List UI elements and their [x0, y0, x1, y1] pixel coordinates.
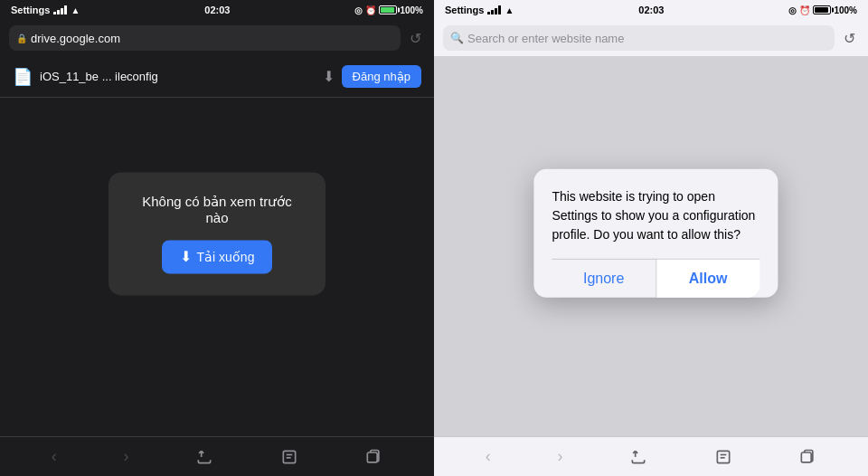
left-url-text: drive.google.com [31, 32, 120, 45]
right-status-right: ◎ ⏰ 100% [788, 5, 857, 15]
left-signal-bars [53, 5, 67, 14]
right-search-placeholder: Search or enter website name [467, 32, 624, 45]
svg-rect-3 [368, 452, 378, 462]
file-name: iOS_11_be ... ileconfig [40, 70, 316, 83]
right-share-button[interactable] [622, 444, 655, 470]
alert-actions: Ignore Allow [552, 259, 760, 298]
left-alarm-icon: ⏰ [365, 5, 376, 15]
left-bookmarks-button[interactable] [273, 444, 306, 470]
left-back-button[interactable]: ‹ [44, 443, 64, 470]
left-battery [379, 5, 397, 14]
left-battery-label: 100% [400, 5, 423, 15]
right-address-bar: 🔍 Search or enter website name ↺ [434, 20, 868, 56]
alert-dialog: This website is trying to open Settings … [533, 169, 778, 298]
left-status-bar: Settings ▲ 02:03 ◎ ⏰ 100% [0, 0, 434, 20]
left-toolbar: ‹ › [0, 436, 434, 476]
left-time: 02:03 [204, 5, 230, 15]
file-doc-icon: 📄 [13, 67, 33, 87]
download-btn-icon: ⬇ [180, 248, 192, 265]
right-forward-button[interactable]: › [550, 443, 570, 470]
right-signal-bars [487, 5, 501, 14]
left-forward-button[interactable]: › [116, 443, 136, 470]
allow-button[interactable]: Allow [656, 260, 760, 298]
right-url-bar[interactable]: 🔍 Search or enter website name [443, 25, 835, 51]
svg-rect-7 [802, 452, 812, 462]
right-alarm-icon: ⏰ [799, 5, 810, 15]
right-toolbar: ‹ › [434, 436, 868, 476]
file-row: 📄 iOS_11_be ... ileconfig ⬇ Đăng nhập [0, 56, 434, 98]
phones-container: Settings ▲ 02:03 ◎ ⏰ 100% 🔒 drive.google… [0, 0, 868, 476]
left-content-area: 📄 iOS_11_be ... ileconfig ⬇ Đăng nhập Kh… [0, 56, 434, 436]
right-content-area: This website is trying to open Settings … [434, 56, 868, 436]
left-share-button[interactable] [188, 444, 221, 470]
download-button[interactable]: ⬇ Tải xuống [162, 240, 273, 273]
left-battery-fill [381, 7, 393, 13]
right-location-icon: ◎ [788, 5, 797, 15]
phone-left: Settings ▲ 02:03 ◎ ⏰ 100% 🔒 drive.google… [0, 0, 434, 476]
left-wifi-icon: ▲ [71, 5, 80, 15]
right-back-button[interactable]: ‹ [478, 443, 498, 470]
left-app-name: Settings [11, 5, 50, 15]
right-time: 02:03 [638, 5, 664, 15]
left-status-right: ◎ ⏰ 100% [354, 5, 423, 15]
no-preview-text: Không có bản xem trước nào [134, 194, 300, 225]
right-battery-label: 100% [834, 5, 857, 15]
left-address-bar: 🔒 drive.google.com ↺ [0, 20, 434, 56]
left-reload-button[interactable]: ↺ [406, 28, 425, 49]
right-status-left: Settings ▲ [445, 5, 514, 15]
right-wifi-icon: ▲ [505, 5, 514, 15]
download-btn-label: Tải xuống [197, 250, 255, 264]
right-status-bar: Settings ▲ 02:03 ◎ ⏰ 100% [434, 0, 868, 20]
right-battery [813, 5, 831, 14]
phone-right: Settings ▲ 02:03 ◎ ⏰ 100% 🔍 Search or en… [434, 0, 868, 476]
right-search-icon: 🔍 [450, 32, 464, 44]
right-app-name: Settings [445, 5, 484, 15]
left-url-bar[interactable]: 🔒 drive.google.com [9, 25, 401, 51]
ignore-button[interactable]: Ignore [552, 260, 656, 298]
left-location-icon: ◎ [354, 5, 363, 15]
right-tabs-button[interactable] [791, 444, 824, 470]
login-button[interactable]: Đăng nhập [342, 65, 421, 88]
right-battery-fill [815, 7, 827, 13]
left-lock-icon: 🔒 [16, 33, 27, 43]
left-status-left: Settings ▲ [11, 5, 80, 15]
download-arrow-icon: ⬇ [323, 68, 335, 85]
left-tabs-button[interactable] [357, 444, 390, 470]
right-bookmarks-button[interactable] [707, 444, 740, 470]
right-reload-button[interactable]: ↺ [840, 28, 859, 49]
no-preview-box: Không có bản xem trước nào ⬇ Tải xuống [108, 172, 326, 295]
alert-message: This website is trying to open Settings … [552, 187, 760, 244]
